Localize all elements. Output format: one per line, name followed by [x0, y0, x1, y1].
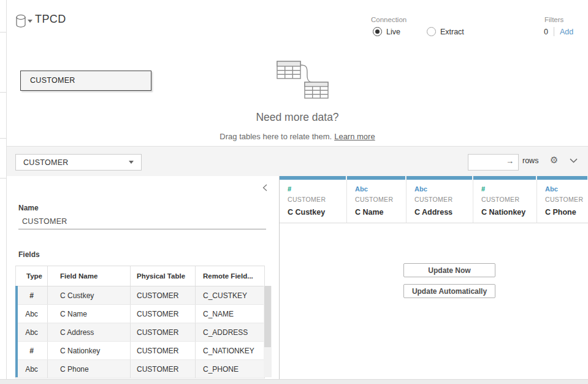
col-header-field-name[interactable]: Field Name — [48, 266, 131, 286]
rows-limit-box: → — [468, 154, 519, 171]
physical-table-cell: CUSTOMER — [131, 342, 196, 359]
add-filter-link[interactable]: Add — [560, 28, 573, 36]
grid-options-chevron-icon[interactable] — [570, 158, 578, 163]
database-caret-icon[interactable] — [28, 20, 32, 23]
column-field-name: C Phone — [545, 208, 588, 217]
table-row[interactable]: Abc C Phone CUSTOMER C_PHONE — [16, 360, 264, 378]
column-field-name: C Nationkey — [481, 208, 536, 217]
col-header-type[interactable]: Type — [16, 266, 48, 286]
rows-label: rows — [522, 156, 538, 165]
col-header-physical-table[interactable]: Physical Table — [131, 266, 196, 286]
filters-label: Filters — [544, 16, 563, 23]
arrow-right-icon[interactable]: → — [506, 156, 514, 166]
grid-column-header[interactable]: # CUSTOMER C Custkey — [280, 176, 347, 223]
column-table-name: CUSTOMER — [288, 196, 346, 203]
field-type-icon: # — [16, 286, 48, 304]
column-field-name: C Name — [355, 208, 406, 217]
table-row[interactable]: # C Nationkey CUSTOMER C_NATIONKEY — [16, 342, 264, 360]
column-accent-bar — [407, 176, 472, 180]
grid-column-header[interactable]: # CUSTOMER C Nationkey — [473, 176, 537, 223]
table-row[interactable]: Abc C Name CUSTOMER C_NAME — [16, 305, 264, 323]
name-label: Name — [18, 204, 39, 212]
radio-live[interactable] — [373, 27, 382, 36]
filters-count: 0 — [544, 28, 548, 36]
horizontal-scrollbar[interactable] — [0, 379, 588, 384]
fields-table-header: Type Field Name Physical Table Remote Fi… — [16, 266, 264, 286]
field-name-cell: C Nationkey — [48, 342, 131, 359]
field-type-icon: Abc — [16, 360, 48, 378]
column-type-icon: Abc — [414, 185, 473, 193]
field-name-cell: C Phone — [48, 360, 131, 378]
grid-toolbar: CUSTOMER → rows ⚙ — [7, 146, 588, 177]
database-icon[interactable] — [15, 14, 26, 28]
field-type-icon: Abc — [16, 305, 48, 323]
remote-field-cell: C_NATIONKEY — [196, 342, 264, 359]
remote-field-cell: C_PHONE — [196, 360, 264, 378]
scrollbar-thumb[interactable] — [264, 286, 271, 347]
table-selector-dropdown[interactable]: CUSTOMER — [15, 154, 142, 171]
update-now-button[interactable]: Update Now — [403, 263, 495, 277]
column-table-name: CUSTOMER — [414, 196, 473, 203]
radio-extract-label[interactable]: Extract — [440, 28, 464, 36]
fields-label: Fields — [18, 250, 40, 259]
pane-tick — [0, 178, 6, 179]
fields-table-scrollbar[interactable] — [264, 286, 272, 377]
related-tables-icon — [268, 59, 329, 102]
physical-table-cell: CUSTOMER — [131, 360, 196, 378]
col-header-remote-field[interactable]: Remote Field... — [196, 266, 264, 286]
empty-state-subtitle-text: Drag tables here to relate them. — [220, 132, 332, 141]
collapse-panel-chevron-icon[interactable] — [262, 184, 267, 191]
data-grid-header: # CUSTOMER C Custkey Abc CUSTOMER C Name… — [280, 176, 588, 223]
rows-limit-input[interactable] — [471, 156, 506, 169]
physical-table-cell: CUSTOMER — [131, 286, 196, 304]
tableau-data-source-page: TPCD Connection Live Extract Filters 0 A… — [0, 0, 588, 384]
metadata-panel: Name CUSTOMER Fields Type Field Name Phy… — [7, 176, 279, 379]
physical-table-cell: CUSTOMER — [131, 323, 196, 341]
remote-field-cell: C_NAME — [196, 305, 264, 323]
page-title: TPCD — [35, 13, 66, 26]
fields-table: Type Field Name Physical Table Remote Fi… — [15, 266, 265, 378]
relationship-canvas: TPCD Connection Live Extract Filters 0 A… — [7, 0, 588, 146]
dropdown-caret-icon — [129, 161, 134, 164]
pane-tick — [0, 138, 6, 139]
connection-label: Connection — [371, 16, 407, 23]
radio-live-label[interactable]: Live — [386, 28, 400, 36]
grid-column-header[interactable]: Abc CUSTOMER C Phone — [537, 176, 588, 223]
update-automatically-button[interactable]: Update Automatically — [403, 284, 495, 298]
filters-divider — [554, 27, 554, 36]
column-accent-bar — [347, 176, 405, 180]
column-accent-bar — [280, 176, 346, 180]
radio-extract[interactable] — [427, 27, 436, 36]
data-grid: # CUSTOMER C Custkey Abc CUSTOMER C Name… — [280, 176, 588, 379]
column-type-icon: # — [481, 185, 536, 193]
field-name-cell: C Custkey — [48, 286, 131, 304]
column-field-name: C Custkey — [288, 208, 346, 217]
customer-table-chip[interactable]: CUSTOMER — [20, 71, 151, 91]
learn-more-link[interactable]: Learn more — [334, 132, 375, 141]
table-row[interactable]: Abc C Address CUSTOMER C_ADDRESS — [16, 323, 264, 342]
column-accent-bar — [537, 176, 587, 180]
physical-table-cell: CUSTOMER — [131, 305, 196, 323]
settings-gear-icon[interactable]: ⚙ — [550, 155, 558, 166]
name-input[interactable]: CUSTOMER — [22, 217, 67, 226]
column-accent-bar — [473, 176, 536, 180]
connection-radio-group: Live Extract — [373, 27, 464, 36]
field-type-icon: Abc — [16, 323, 48, 341]
column-type-icon: Abc — [545, 185, 588, 193]
grid-column-header[interactable]: Abc CUSTOMER C Address — [407, 176, 473, 223]
field-name-cell: C Name — [48, 305, 131, 323]
column-type-icon: Abc — [355, 185, 406, 193]
pane-tick — [0, 92, 6, 93]
column-table-name: CUSTOMER — [355, 196, 406, 203]
column-table-name: CUSTOMER — [481, 196, 536, 203]
grid-column-header[interactable]: Abc CUSTOMER C Name — [347, 176, 407, 223]
table-row[interactable]: # C Custkey CUSTOMER C_CUSTKEY — [16, 286, 264, 305]
field-name-cell: C Address — [48, 323, 131, 341]
table-selector-value: CUSTOMER — [16, 158, 129, 167]
field-type-icon: # — [16, 342, 48, 359]
filters-row: 0 Add — [544, 27, 573, 36]
remote-field-cell: C_ADDRESS — [196, 323, 264, 341]
pane-tick — [0, 32, 6, 33]
column-field-name: C Address — [414, 208, 473, 217]
empty-state-subtitle: Drag tables here to relate them.Learn mo… — [7, 132, 588, 141]
